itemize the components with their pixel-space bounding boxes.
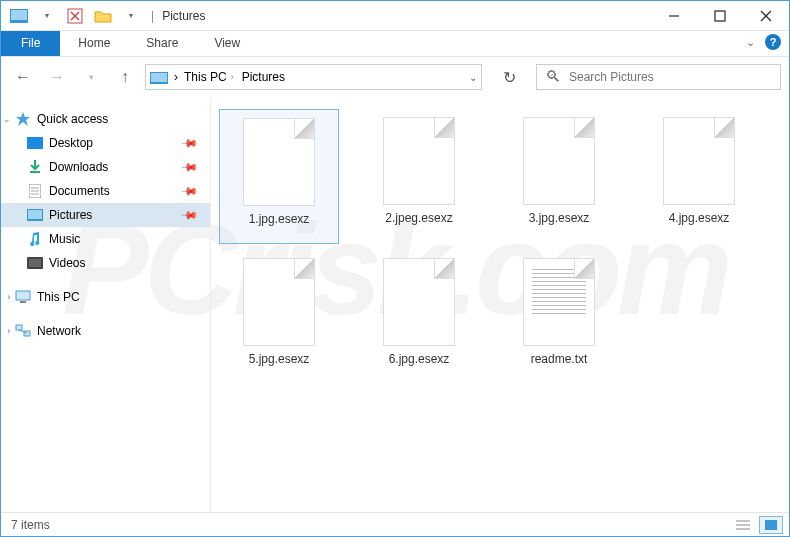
- back-button[interactable]: ←: [9, 64, 37, 90]
- file-item[interactable]: 3.jpg.esexz: [499, 109, 619, 244]
- search-box[interactable]: 🔍︎: [536, 64, 781, 90]
- recent-locations-icon[interactable]: ▾: [77, 64, 105, 90]
- file-item[interactable]: readme.txt: [499, 250, 619, 385]
- chevron-right-icon[interactable]: ›: [231, 72, 234, 82]
- properties-icon[interactable]: [63, 5, 87, 27]
- file-name: 3.jpg.esexz: [529, 211, 590, 225]
- icons-view-button[interactable]: [759, 516, 783, 534]
- file-name: 5.jpg.esexz: [249, 352, 310, 366]
- title-bar: ▾ ▾ | Pictures: [1, 1, 789, 31]
- file-item[interactable]: 1.jpg.esexz: [219, 109, 339, 244]
- details-view-button[interactable]: [731, 516, 755, 534]
- tab-share[interactable]: Share: [128, 31, 196, 56]
- minimize-button[interactable]: [651, 1, 697, 31]
- tab-home[interactable]: Home: [60, 31, 128, 56]
- breadcrumb: This PC›: [184, 70, 236, 84]
- file-name: 2.jpeg.esexz: [385, 211, 452, 225]
- svg-rect-20: [20, 301, 26, 303]
- breadcrumb-pictures[interactable]: Pictures: [242, 70, 285, 84]
- blank-file-icon: [383, 258, 455, 346]
- navigation-bar: ← → ▾ ↑ › This PC› Pictures ⌄ ↻ 🔍︎: [1, 57, 789, 97]
- file-item[interactable]: 4.jpg.esexz: [639, 109, 759, 244]
- blank-file-icon: [243, 118, 315, 206]
- forward-button[interactable]: →: [43, 64, 71, 90]
- navigation-pane: ⌄ Quick access Desktop 📌 Downloads 📌 Doc…: [1, 97, 211, 514]
- file-name: 4.jpg.esexz: [669, 211, 730, 225]
- sidebar-item-label: Music: [49, 232, 80, 246]
- status-bar: 7 items: [1, 512, 789, 536]
- sidebar-item-pictures[interactable]: Pictures 📌: [1, 203, 210, 227]
- qat-dropdown-icon[interactable]: ▾: [35, 5, 59, 27]
- file-item[interactable]: 6.jpg.esexz: [359, 250, 479, 385]
- expander-icon[interactable]: ⌄: [3, 114, 11, 124]
- search-icon: 🔍︎: [545, 68, 561, 86]
- refresh-button[interactable]: ↻: [494, 68, 524, 87]
- folder-icon[interactable]: [91, 5, 115, 27]
- expander-icon[interactable]: ⌄: [2, 327, 12, 335]
- svg-rect-27: [765, 520, 777, 530]
- sidebar-item-label: Videos: [49, 256, 85, 270]
- sidebar-item-label: Desktop: [49, 136, 93, 150]
- file-item[interactable]: 5.jpg.esexz: [219, 250, 339, 385]
- qat-dropdown2-icon[interactable]: ▾: [119, 5, 143, 27]
- breadcrumb-this-pc[interactable]: This PC: [184, 70, 227, 84]
- file-name: readme.txt: [531, 352, 588, 366]
- sidebar-label: Quick access: [37, 112, 108, 126]
- text-file-icon: [523, 258, 595, 346]
- title-separator: |: [151, 9, 154, 23]
- explorer-icon[interactable]: [7, 5, 31, 27]
- blank-file-icon: [383, 117, 455, 205]
- address-dropdown-icon[interactable]: ⌄: [469, 72, 477, 83]
- expander-icon[interactable]: ⌄: [2, 293, 12, 301]
- blank-file-icon: [243, 258, 315, 346]
- sidebar-item-downloads[interactable]: Downloads 📌: [1, 155, 210, 179]
- svg-rect-21: [16, 325, 22, 330]
- chevron-right-icon[interactable]: ›: [174, 70, 178, 84]
- sidebar-item-label: Pictures: [49, 208, 92, 222]
- search-input[interactable]: [569, 70, 772, 84]
- sidebar-quick-access[interactable]: ⌄ Quick access: [1, 107, 210, 131]
- svg-rect-4: [715, 11, 725, 21]
- file-tab[interactable]: File: [1, 31, 60, 56]
- tab-view[interactable]: View: [196, 31, 258, 56]
- svg-rect-1: [11, 10, 27, 20]
- up-button[interactable]: ↑: [111, 64, 139, 90]
- address-bar[interactable]: › This PC› Pictures ⌄: [145, 64, 482, 90]
- expand-ribbon-icon[interactable]: ⌄: [746, 36, 755, 49]
- sidebar-item-videos[interactable]: Videos: [1, 251, 210, 275]
- breadcrumb: Pictures: [242, 70, 285, 84]
- sidebar-label: This PC: [37, 290, 80, 304]
- file-name: 1.jpg.esexz: [249, 212, 310, 226]
- help-icon[interactable]: ?: [765, 34, 781, 50]
- file-item[interactable]: 2.jpeg.esexz: [359, 109, 479, 244]
- sidebar-item-label: Downloads: [49, 160, 108, 174]
- close-button[interactable]: [743, 1, 789, 31]
- window-title: Pictures: [162, 9, 205, 23]
- maximize-button[interactable]: [697, 1, 743, 31]
- sidebar-this-pc[interactable]: ⌄ This PC: [1, 285, 210, 309]
- network-icon: [15, 323, 31, 339]
- pin-icon: 📌: [179, 181, 198, 200]
- downloads-icon: [27, 159, 43, 175]
- desktop-icon: [27, 135, 43, 151]
- svg-rect-9: [27, 137, 43, 149]
- file-name: 6.jpg.esexz: [389, 352, 450, 366]
- item-count: 7 items: [11, 518, 50, 532]
- documents-icon: [27, 183, 43, 199]
- file-pane[interactable]: 1.jpg.esexz2.jpeg.esexz3.jpg.esexz4.jpg.…: [211, 97, 789, 514]
- this-pc-icon: [15, 289, 31, 305]
- sidebar-label: Network: [37, 324, 81, 338]
- pictures-icon: [27, 207, 43, 223]
- sidebar-item-desktop[interactable]: Desktop 📌: [1, 131, 210, 155]
- sidebar-item-music[interactable]: Music: [1, 227, 210, 251]
- quick-access-icon: [15, 111, 31, 127]
- sidebar-network[interactable]: ⌄ Network: [1, 319, 210, 343]
- sidebar-item-documents[interactable]: Documents 📌: [1, 179, 210, 203]
- svg-rect-8: [151, 73, 167, 82]
- pin-icon: 📌: [179, 133, 198, 152]
- pin-icon: 📌: [179, 157, 198, 176]
- videos-icon: [27, 255, 43, 271]
- svg-rect-18: [29, 259, 41, 267]
- sidebar-item-label: Documents: [49, 184, 110, 198]
- music-icon: [27, 231, 43, 247]
